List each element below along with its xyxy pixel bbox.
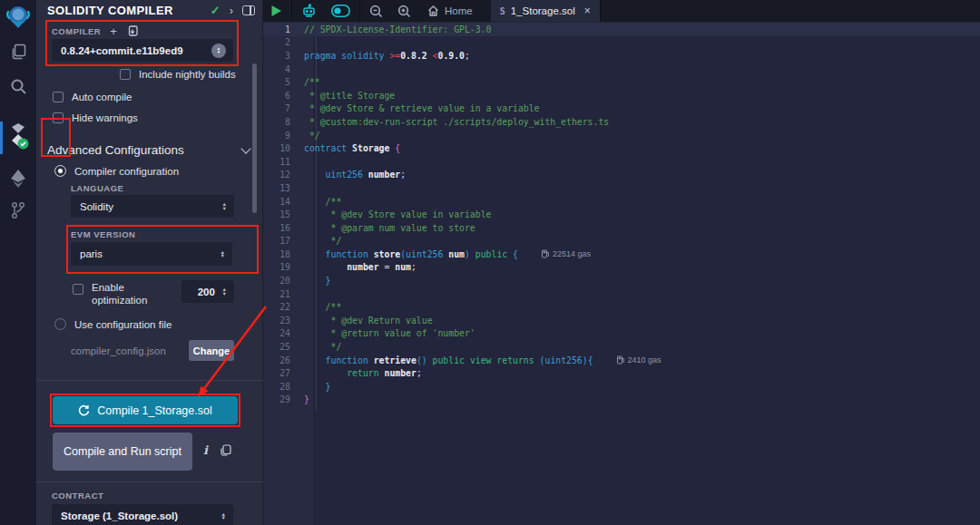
language-select[interactable]: Solidity ▲▼ [71, 195, 234, 218]
code-line[interactable]: 8 * @custom:dev-run-script ./scripts/dep… [263, 115, 980, 129]
compiler-version-value: 0.8.24+commit.e11b9ed9 [61, 45, 211, 56]
auto-compile-checkbox[interactable] [53, 92, 64, 102]
search-icon[interactable] [0, 78, 36, 95]
code-line[interactable]: 12 uint256 number; [263, 169, 980, 182]
ai-toggle[interactable] [324, 0, 358, 22]
file-explorer-icon[interactable] [0, 44, 36, 61]
line-content: } [304, 276, 331, 286]
tab-close-icon[interactable]: × [584, 5, 591, 17]
run-script-button[interactable] [263, 0, 289, 22]
line-content: // SPDX-License-Identifier: GPL-3.0 [304, 24, 491, 34]
code-line[interactable]: 7 * @dev Store & retrieve value in a var… [263, 102, 980, 116]
code-line[interactable]: 14 /** [263, 195, 980, 209]
line-content: /** [304, 197, 341, 207]
code-editor[interactable]: 1// SPDX-License-Identifier: GPL-3.023pr… [263, 22, 980, 525]
git-branch-icon[interactable] [0, 201, 36, 219]
auto-compile-row[interactable]: Auto compile [53, 92, 132, 102]
code-line[interactable]: 19 number = num; [263, 261, 980, 275]
line-number: 6 [263, 91, 304, 101]
include-nightly-checkbox[interactable] [120, 69, 131, 80]
code-line[interactable]: 28 } [263, 380, 980, 394]
compiler-configuration-radio[interactable] [54, 165, 66, 177]
code-line[interactable]: 24 * @return value of 'number' [263, 327, 980, 341]
code-line[interactable]: 20 } [263, 274, 980, 287]
code-line[interactable]: 16 * @param num value to store [263, 221, 980, 235]
line-number: 26 [263, 355, 304, 365]
line-number: 20 [263, 276, 304, 286]
hide-warnings-checkbox[interactable] [53, 112, 64, 123]
solidity-compiler-icon[interactable] [0, 122, 36, 151]
line-number: 28 [263, 382, 304, 392]
code-line[interactable]: 17 */ [263, 235, 980, 248]
remix-ai-button[interactable] [294, 0, 324, 22]
code-line[interactable]: 25 */ [263, 340, 980, 354]
line-content: * @return value of 'number' [304, 328, 475, 338]
info-icon[interactable]: i [203, 443, 208, 457]
tab-home[interactable]: Home [418, 0, 482, 22]
copy-version-icon[interactable] [126, 25, 138, 37]
zoom-in-button[interactable] [390, 0, 418, 22]
line-content: function store(uint256 num) public { [304, 249, 518, 259]
line-content: number = num; [304, 262, 416, 272]
code-line[interactable]: 1// SPDX-License-Identifier: GPL-3.0 [263, 23, 980, 36]
optimization-runs-input[interactable]: 200 ▲▼ [181, 280, 234, 303]
compiler-version-select[interactable]: 0.8.24+commit.e11b9ed9 ▲▼ [52, 39, 233, 62]
compiler-configuration-radio-row[interactable]: Compiler configuration [54, 165, 179, 177]
copy-icon[interactable] [220, 444, 231, 456]
code-line[interactable]: 2 [263, 36, 980, 50]
include-nightly-row[interactable]: Include nightly builds [120, 69, 236, 80]
line-content: } [304, 394, 309, 404]
line-number: 23 [263, 316, 304, 326]
gas-estimate-badge: 22514 gas [542, 249, 591, 258]
solidity-compiler-panel: SOLIDITY COMPILER ✓ › COMPILER + 0.8.24+… [36, 0, 263, 525]
tab-1-storage-sol[interactable]: S 1_Storage.sol × [491, 0, 601, 22]
code-line[interactable]: 21 [263, 287, 980, 301]
code-line[interactable]: 13 [263, 181, 980, 195]
code-line[interactable]: 9 */ [263, 129, 980, 142]
line-number: 24 [263, 328, 304, 338]
line-content: return number; [304, 368, 422, 378]
deploy-run-icon[interactable] [0, 169, 36, 189]
code-line[interactable]: 27 return number; [263, 366, 980, 380]
use-config-file-radio-row[interactable]: Use configuration file [54, 318, 172, 330]
line-number: 29 [263, 394, 304, 404]
hide-warnings-row[interactable]: Hide warnings [53, 112, 138, 123]
panel-scrollbar[interactable] [252, 63, 257, 213]
code-line[interactable]: 3pragma solidity >=0.8.2 <0.9.0; [263, 49, 980, 63]
code-line[interactable]: 18 function store(uint256 num) public {2… [263, 248, 980, 261]
line-content: function retrieve() public view returns … [304, 355, 593, 365]
gas-estimate-badge: 2410 gas [617, 355, 662, 365]
remix-logo[interactable] [0, 4, 36, 29]
code-line[interactable]: 26 function retrieve() public view retur… [263, 354, 980, 367]
code-line[interactable]: 11 [263, 155, 980, 169]
code-line[interactable]: 5/** [263, 75, 980, 89]
contract-select[interactable]: Storage (1_Storage.sol) ▲▼ [52, 504, 233, 525]
code-line[interactable]: 10contract Storage { [263, 141, 980, 155]
add-compiler-icon[interactable]: + [110, 27, 117, 36]
use-config-file-radio[interactable] [54, 318, 66, 330]
enable-optimization-checkbox[interactable] [73, 284, 83, 295]
pin-panel-icon[interactable] [242, 5, 255, 15]
line-content: */ [304, 236, 341, 246]
code-line[interactable]: 23 * @dev Return value [263, 314, 980, 327]
line-content: */ [304, 342, 341, 352]
collapse-chevron-icon[interactable]: › [230, 4, 233, 17]
line-number: 9 [263, 131, 304, 141]
line-content: * @custom:dev-run-script ./scripts/deplo… [304, 117, 609, 127]
line-number: 18 [263, 249, 304, 259]
change-config-button[interactable]: Change [189, 340, 234, 361]
compile-button[interactable]: Compile 1_Storage.sol [53, 396, 238, 424]
config-file-name: compiler_config.json [71, 345, 166, 356]
play-icon [270, 5, 282, 17]
code-line[interactable]: 29} [263, 394, 980, 407]
zoom-out-button[interactable] [362, 0, 390, 22]
code-line[interactable]: 22 /** [263, 300, 980, 314]
code-line[interactable]: 4 [263, 63, 980, 76]
evm-version-select[interactable]: paris ▲▼ [71, 242, 232, 266]
compile-and-run-button[interactable]: Compile and Run script [53, 433, 192, 471]
enable-optimization-row[interactable]: Enable optimization [73, 281, 172, 306]
code-line[interactable]: 6 * @title Storage [263, 89, 980, 102]
advanced-configurations-toggle[interactable]: Advanced Configurations [47, 143, 250, 157]
code-line[interactable]: 15 * @dev Store value in variable [263, 208, 980, 221]
editor-topbar: Home S 1_Storage.sol × [263, 0, 980, 22]
